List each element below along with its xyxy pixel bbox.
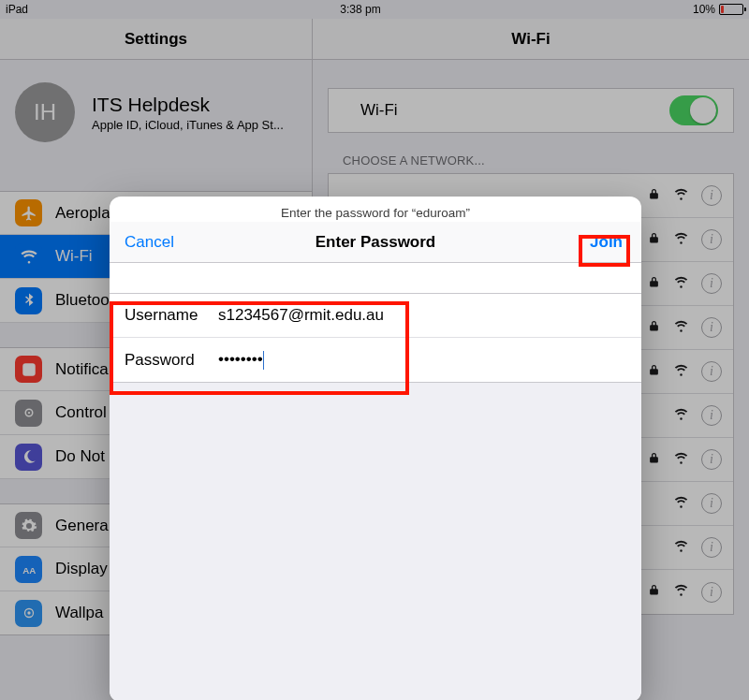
password-label: Password	[125, 351, 218, 370]
password-modal: Enter the password for “eduroam” Cancel …	[110, 197, 641, 700]
username-label: Username	[125, 306, 218, 325]
modal-title: Enter Password	[292, 233, 460, 252]
modal-prompt: Enter the password for “eduroam”	[110, 197, 641, 220]
password-field[interactable]: ••••••••	[218, 350, 626, 370]
cancel-button[interactable]: Cancel	[125, 233, 292, 252]
username-field[interactable]	[218, 306, 626, 325]
join-button[interactable]: Join	[586, 231, 626, 254]
credential-fields: Username Password ••••••••	[110, 293, 641, 383]
